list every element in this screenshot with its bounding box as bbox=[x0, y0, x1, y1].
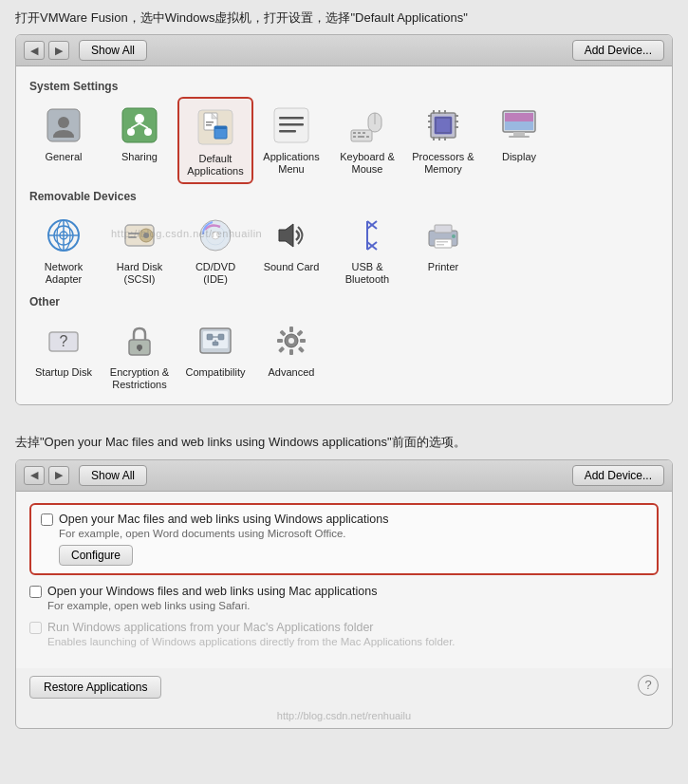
icon-general[interactable]: General bbox=[26, 97, 102, 183]
icon-keyboard-mouse[interactable]: Keyboard &Mouse bbox=[329, 97, 405, 183]
compatibility-label: Compatibility bbox=[186, 366, 246, 379]
icon-advanced[interactable]: Advanced bbox=[253, 312, 329, 395]
svg-point-60 bbox=[212, 232, 219, 239]
svg-rect-91 bbox=[279, 329, 286, 336]
svg-rect-23 bbox=[363, 132, 365, 134]
icon-hard-disk[interactable]: Hard Disk(SCSI) bbox=[102, 207, 177, 289]
svg-rect-10 bbox=[206, 121, 214, 123]
icon-display[interactable]: Display bbox=[481, 97, 557, 183]
pref-item-2: Open your Windows files and web links us… bbox=[29, 585, 659, 611]
icon-default-applications[interactable]: DefaultApplications bbox=[177, 97, 253, 183]
icon-network-adapter[interactable]: NetworkAdapter bbox=[26, 207, 102, 289]
svg-rect-69 bbox=[435, 239, 452, 248]
removable-devices-grid: NetworkAdapter Hard Disk(SCSI) bbox=[26, 207, 662, 289]
help-button[interactable]: ? bbox=[638, 675, 659, 696]
icon-sound-card[interactable]: Sound Card bbox=[253, 207, 329, 289]
other-section-label: Other bbox=[29, 295, 662, 308]
show-all-button-2[interactable]: Show All bbox=[79, 465, 147, 486]
removable-devices-container: NetworkAdapter Hard Disk(SCSI) bbox=[26, 207, 662, 289]
bottom-bar: Restore Applications ? bbox=[16, 668, 672, 706]
svg-rect-88 bbox=[289, 349, 293, 355]
svg-rect-44 bbox=[505, 113, 533, 121]
svg-rect-87 bbox=[289, 327, 293, 332]
forward-button-2[interactable]: ▶ bbox=[48, 466, 69, 485]
svg-point-3 bbox=[135, 114, 144, 123]
svg-rect-90 bbox=[300, 339, 306, 343]
keyboard-mouse-icon bbox=[344, 103, 390, 148]
svg-rect-36 bbox=[428, 115, 432, 117]
svg-rect-22 bbox=[358, 132, 361, 134]
back-button[interactable]: ◀ bbox=[24, 41, 45, 60]
advanced-icon bbox=[269, 318, 314, 364]
svg-rect-24 bbox=[353, 136, 356, 138]
svg-rect-32 bbox=[444, 110, 446, 114]
usb-bluetooth-icon bbox=[344, 213, 390, 258]
usb-bluetooth-label: USB &Bluetooth bbox=[345, 261, 389, 286]
svg-rect-77 bbox=[139, 347, 140, 351]
toolbar-2: ◀ ▶ Show All Add Device... bbox=[16, 460, 672, 492]
add-device-button-2[interactable]: Add Device... bbox=[572, 465, 664, 486]
display-icon bbox=[496, 103, 542, 148]
pref-2-checkbox[interactable] bbox=[29, 586, 42, 598]
system-settings-grid: General Sharing bbox=[26, 97, 662, 183]
pref-1-row: Open your Mac files and web links using … bbox=[41, 513, 647, 526]
pref-1-checkbox[interactable] bbox=[41, 513, 53, 526]
icon-applications-menu[interactable]: ApplicationsMenu bbox=[253, 97, 329, 183]
compatibility-icon bbox=[193, 318, 238, 364]
icon-compatibility[interactable]: Compatibility bbox=[177, 312, 253, 395]
icon-encryption[interactable]: Encryption &Restrictions bbox=[102, 312, 177, 395]
icon-startup-disk[interactable]: ? Startup Disk bbox=[26, 312, 102, 395]
pref-2-row: Open your Windows files and web links us… bbox=[29, 585, 659, 598]
watermark-2: http://blog.csdn.net/renhuailu bbox=[277, 710, 411, 721]
instruction-2: 去掉"Open your Mac files and web links usi… bbox=[0, 424, 688, 458]
svg-rect-17 bbox=[279, 130, 296, 133]
svg-rect-15 bbox=[279, 117, 304, 120]
restore-applications-button[interactable]: Restore Applications bbox=[29, 676, 161, 699]
svg-point-86 bbox=[288, 338, 294, 344]
hard-disk-icon bbox=[117, 213, 162, 258]
keyboard-mouse-label: Keyboard &Mouse bbox=[340, 151, 394, 176]
pref-1-desc: For example, open Word documents using M… bbox=[59, 528, 647, 539]
advanced-label: Advanced bbox=[269, 366, 315, 379]
toolbar-1: ◀ ▶ Show All Add Device... bbox=[16, 35, 672, 66]
pref-content: Open your Mac files and web links using … bbox=[16, 492, 672, 668]
pref-3-checkbox bbox=[29, 622, 42, 634]
svg-rect-37 bbox=[428, 121, 432, 122]
svg-rect-39 bbox=[455, 115, 458, 117]
svg-rect-56 bbox=[128, 233, 139, 234]
svg-point-5 bbox=[144, 128, 152, 136]
configure-button[interactable]: Configure bbox=[59, 545, 133, 566]
show-all-button-1[interactable]: Show All bbox=[79, 40, 147, 61]
add-device-button-1[interactable]: Add Device... bbox=[572, 40, 664, 61]
hard-disk-label: Hard Disk(SCSI) bbox=[117, 261, 162, 286]
forward-button[interactable]: ▶ bbox=[48, 41, 69, 60]
pref-item-3: Run Windows applications from your Mac's… bbox=[29, 621, 659, 647]
svg-marker-61 bbox=[279, 224, 293, 247]
icon-usb-bluetooth[interactable]: USB &Bluetooth bbox=[329, 207, 405, 289]
svg-rect-68 bbox=[435, 225, 452, 233]
general-icon bbox=[41, 103, 86, 148]
svg-rect-34 bbox=[438, 137, 440, 140]
icon-printer[interactable]: Printer bbox=[405, 207, 481, 289]
svg-rect-92 bbox=[296, 329, 303, 336]
back-button-2[interactable]: ◀ bbox=[24, 466, 45, 485]
svg-rect-26 bbox=[366, 136, 369, 138]
icon-processors-memory[interactable]: Processors &Memory bbox=[405, 97, 481, 183]
svg-rect-38 bbox=[428, 126, 432, 128]
encryption-icon bbox=[117, 318, 162, 364]
icon-sharing[interactable]: Sharing bbox=[102, 97, 177, 183]
display-label: Display bbox=[502, 151, 536, 163]
icon-cddvd[interactable]: CD/DVD(IDE) bbox=[177, 207, 253, 289]
default-applications-label: DefaultApplications bbox=[187, 153, 243, 177]
network-adapter-label: NetworkAdapter bbox=[45, 261, 83, 286]
svg-point-55 bbox=[143, 233, 149, 238]
svg-point-1 bbox=[58, 117, 69, 128]
svg-rect-93 bbox=[278, 346, 285, 353]
svg-rect-21 bbox=[353, 132, 356, 134]
default-applications-icon bbox=[193, 104, 238, 150]
sharing-icon bbox=[117, 103, 162, 148]
svg-rect-94 bbox=[298, 346, 305, 353]
svg-rect-33 bbox=[433, 137, 435, 140]
startup-disk-icon: ? bbox=[41, 318, 86, 364]
pref-1-title: Open your Mac files and web links using … bbox=[59, 513, 388, 526]
